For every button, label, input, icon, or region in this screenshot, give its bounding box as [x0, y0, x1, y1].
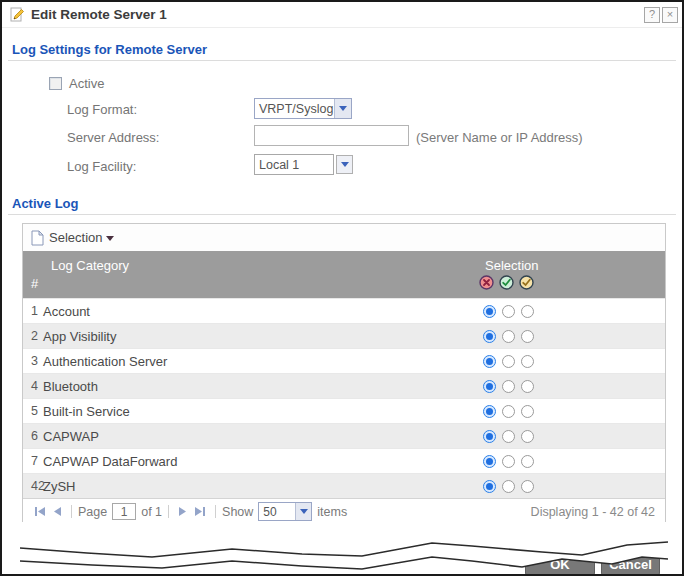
radio-debug[interactable]: [521, 480, 534, 493]
show-label: Show: [222, 505, 253, 519]
row-category: CAPWAP: [42, 429, 99, 444]
pagination-bar: Page of 1 Show 50 items Displaying 1 - 4…: [23, 498, 665, 524]
row-number: 1: [23, 304, 42, 318]
table-row: 1 Account: [23, 298, 665, 323]
row-number: 42: [23, 479, 42, 493]
page-of-label: of 1: [141, 505, 162, 519]
prev-page-icon[interactable]: [52, 506, 62, 517]
server-address-hint: (Server Name or IP Address): [416, 130, 583, 145]
disable-all-icon[interactable]: [479, 275, 494, 290]
radio-disable[interactable]: [483, 380, 496, 393]
row-number: 4: [23, 379, 42, 393]
row-number: 5: [23, 404, 42, 418]
radio-debug[interactable]: [521, 455, 534, 468]
row-category: CAPWAP DataForward: [42, 454, 177, 469]
server-address-label: Server Address:: [67, 130, 160, 145]
table-row: 4 Bluetooth: [23, 373, 665, 398]
page-number-input[interactable]: [112, 503, 136, 520]
radio-disable[interactable]: [483, 430, 496, 443]
select-all-debug-icon[interactable]: [519, 275, 534, 290]
page-size-value: 50: [259, 505, 276, 519]
radio-normal[interactable]: [502, 405, 515, 418]
log-facility-select[interactable]: Local 1: [254, 154, 334, 175]
divider: [71, 505, 72, 518]
divider: [8, 60, 676, 61]
radio-normal[interactable]: [502, 430, 515, 443]
selection-menu-button[interactable]: Selection: [23, 224, 665, 251]
divider: [168, 505, 169, 518]
active-checkbox[interactable]: [49, 77, 62, 90]
active-checkbox-row: Active: [49, 76, 104, 91]
chevron-down-icon: [106, 236, 114, 241]
row-category: Bluetooth: [42, 379, 98, 394]
log-format-value: VRPT/Syslog: [255, 99, 334, 118]
help-button[interactable]: ?: [644, 7, 660, 23]
row-category: ZySH: [42, 479, 76, 494]
edit-pencil-icon: [10, 7, 25, 22]
selection-menu-label: Selection: [49, 230, 102, 245]
ok-button[interactable]: OK: [525, 553, 595, 576]
log-facility-label: Log Facility:: [67, 159, 136, 174]
dialog-titlebar: Edit Remote Server 1 ? ×: [2, 2, 682, 28]
radio-debug[interactable]: [521, 405, 534, 418]
radio-debug[interactable]: [521, 355, 534, 368]
first-page-icon[interactable]: [34, 506, 46, 517]
radio-normal[interactable]: [502, 330, 515, 343]
radio-normal[interactable]: [502, 380, 515, 393]
radio-disable[interactable]: [483, 405, 496, 418]
row-number: 2: [23, 329, 42, 343]
page-icon: [31, 230, 44, 246]
table-row: 6 CAPWAP: [23, 423, 665, 448]
table-row: 7 CAPWAP DataForward: [23, 448, 665, 473]
table-header: Log Category # Selection: [23, 251, 665, 298]
radio-normal[interactable]: [502, 355, 515, 368]
items-label: items: [317, 505, 347, 519]
row-category: Account: [42, 304, 90, 319]
radio-normal[interactable]: [502, 480, 515, 493]
table-row: 5 Built-in Service: [23, 398, 665, 423]
active-log-section-title: Active Log: [12, 196, 78, 211]
row-category: App Visibility: [42, 329, 116, 344]
displaying-status: Displaying 1 - 42 of 42: [531, 505, 655, 519]
table-row: 42 ZySH: [23, 473, 665, 498]
select-all-normal-icon[interactable]: [499, 275, 514, 290]
server-address-input[interactable]: [254, 125, 409, 146]
log-format-select[interactable]: VRPT/Syslog: [254, 98, 352, 119]
page-label: Page: [78, 505, 107, 519]
active-log-table: Selection Log Category # Selection: [22, 223, 666, 525]
dialog-title: Edit Remote Server 1: [31, 7, 167, 22]
log-format-label: Log Format:: [67, 102, 137, 117]
radio-disable[interactable]: [483, 355, 496, 368]
edit-remote-server-dialog: Edit Remote Server 1 ? × Log Settings fo…: [0, 0, 684, 576]
col-log-category: Log Category: [51, 258, 129, 273]
row-number: 7: [23, 454, 42, 468]
radio-disable[interactable]: [483, 330, 496, 343]
next-page-icon[interactable]: [178, 506, 188, 517]
chevron-down-icon[interactable]: [334, 99, 351, 118]
table-row: 2 App Visibility: [23, 323, 665, 348]
chevron-down-icon: [295, 503, 311, 520]
page-size-select[interactable]: 50: [258, 502, 312, 521]
log-facility-value: Local 1: [259, 158, 299, 172]
radio-disable[interactable]: [483, 455, 496, 468]
table-row: 3 Authentication Server: [23, 348, 665, 373]
last-page-icon[interactable]: [194, 506, 206, 517]
radio-debug[interactable]: [521, 430, 534, 443]
radio-debug[interactable]: [521, 330, 534, 343]
radio-debug[interactable]: [521, 380, 534, 393]
radio-disable[interactable]: [483, 305, 496, 318]
col-number: #: [31, 276, 38, 291]
log-table-body: 1 Account 2 App Visibility 3 Authenticat…: [23, 298, 665, 498]
divider: [215, 505, 216, 518]
radio-disable[interactable]: [483, 480, 496, 493]
row-category: Authentication Server: [42, 354, 167, 369]
close-button[interactable]: ×: [662, 7, 678, 23]
chevron-down-icon[interactable]: [336, 155, 353, 174]
radio-normal[interactable]: [502, 455, 515, 468]
row-number: 3: [23, 354, 42, 368]
col-selection: Selection: [485, 258, 538, 273]
log-settings-section-title: Log Settings for Remote Server: [12, 42, 207, 57]
radio-normal[interactable]: [502, 305, 515, 318]
cancel-button[interactable]: Cancel: [601, 553, 660, 576]
radio-debug[interactable]: [521, 305, 534, 318]
